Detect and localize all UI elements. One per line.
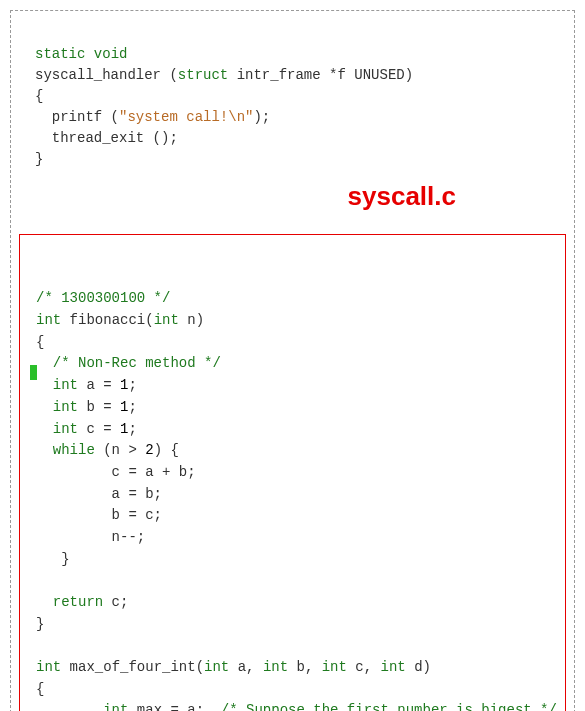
text: a, — [229, 659, 263, 675]
text: } — [36, 551, 70, 567]
kw: int — [36, 377, 78, 393]
text: thread_exit (); — [35, 130, 178, 146]
kw: int — [36, 421, 78, 437]
comment: /* Suppose the first number is bigest */ — [221, 702, 557, 711]
text: ); — [253, 109, 270, 125]
text: n) — [179, 312, 204, 328]
string: "system call!\n" — [119, 109, 253, 125]
kw: int — [36, 312, 61, 328]
text: b, — [288, 659, 322, 675]
text: b = c; — [36, 507, 162, 523]
kw: int — [381, 659, 406, 675]
text: printf ( — [35, 109, 119, 125]
diff-marker-icon — [30, 365, 37, 380]
text: } — [36, 616, 44, 632]
text: max = a; — [128, 702, 220, 711]
text: c = — [78, 421, 120, 437]
outer-container: static void syscall_handler (struct intr… — [10, 10, 575, 711]
text: c, — [347, 659, 381, 675]
filename-title: syscall.c — [348, 177, 456, 216]
text: ; — [128, 399, 136, 415]
kw: int — [322, 659, 347, 675]
text: syscall_handler ( — [35, 67, 178, 83]
text: a = — [78, 377, 120, 393]
text: ; — [128, 377, 136, 393]
kw: static — [35, 46, 85, 62]
num: 2 — [145, 442, 153, 458]
comment: /* Non-Rec method */ — [36, 355, 221, 371]
text: n--; — [36, 529, 145, 545]
kw: struct — [178, 67, 228, 83]
text: d) — [406, 659, 431, 675]
kw: int — [36, 659, 61, 675]
text: c; — [103, 594, 128, 610]
kw: void — [94, 46, 128, 62]
comment: /* 1300300100 */ — [36, 290, 170, 306]
kw: int — [36, 399, 78, 415]
kw: int — [204, 659, 229, 675]
text: c = a + b; — [36, 464, 196, 480]
text: a = b; — [36, 486, 162, 502]
text: { — [35, 88, 43, 104]
text: fibonacci( — [61, 312, 153, 328]
text: intr_frame *f UNUSED) — [228, 67, 413, 83]
text: (n > — [95, 442, 145, 458]
kw: while — [36, 442, 95, 458]
code-block-top: static void syscall_handler (struct intr… — [19, 19, 566, 216]
text: { — [36, 681, 44, 697]
text: max_of_four_int( — [61, 659, 204, 675]
text: ; — [128, 421, 136, 437]
kw: return — [36, 594, 103, 610]
text: { — [36, 334, 44, 350]
text: ) { — [154, 442, 179, 458]
kw: int — [36, 702, 128, 711]
text: b = — [78, 399, 120, 415]
code-block-inner: /* 1300300100 */ int fibonacci(int n) { … — [19, 234, 566, 711]
kw: int — [263, 659, 288, 675]
text: } — [35, 151, 43, 167]
kw: int — [154, 312, 179, 328]
